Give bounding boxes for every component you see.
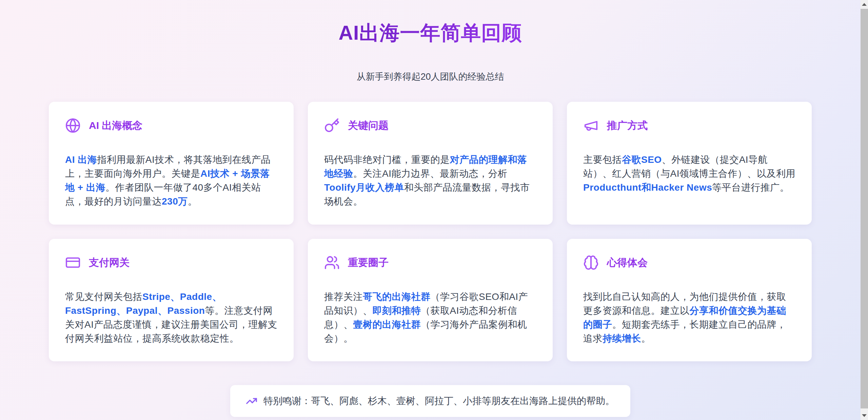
card-title: 重要圈子 [348, 256, 389, 269]
card-header: 推广方式 [583, 118, 795, 133]
card-title: 心得体会 [607, 256, 648, 269]
body-text: 。 [188, 196, 198, 207]
card-1: AI 出海概念AI 出海指利用最新AI技术，将其落地到在线产品上，主要面向海外用… [49, 102, 294, 225]
scrollbar[interactable] [861, 0, 868, 420]
card-title: 支付网关 [89, 256, 130, 269]
card-body: 常见支付网关包括Stripe、Paddle、FastSpring、Paypal、… [65, 290, 277, 346]
highlighted-text: 230万 [162, 196, 188, 207]
card-title: AI 出海概念 [89, 119, 142, 132]
card-body: 找到比自己认知高的人，为他们提供价值，获取更多资源和信息。建立以分享和价值交换为… [583, 290, 795, 346]
brain-icon [583, 255, 599, 270]
key-icon [324, 118, 340, 133]
body-text: 。关注AI能力边界、最新动态，分析 [353, 168, 508, 179]
globe-icon [65, 118, 81, 133]
body-text: 推荐关注 [324, 291, 363, 302]
card-title: 推广方式 [607, 119, 648, 132]
body-text: 常见支付网关包括 [65, 291, 142, 302]
card-header: 重要圈子 [324, 255, 536, 270]
body-text: 码代码非绝对门槛，重要的是 [324, 154, 450, 165]
page-title: AI出海一年简单回顾 [339, 21, 522, 45]
card-4: 支付网关常见支付网关包括Stripe、Paddle、FastSpring、Pay… [49, 239, 294, 362]
card-body: 主要包括谷歌SEO、外链建设（提交AI导航站）、红人营销（与AI领域博主合作）、… [583, 153, 795, 194]
users-icon [324, 255, 340, 270]
credit-card-icon [65, 255, 81, 270]
card-body: 码代码非绝对门槛，重要的是对产品的理解和落地经验。关注AI能力边界、最新动态，分… [324, 153, 536, 209]
body-text: 主要包括 [583, 154, 622, 165]
arrow-up-icon [862, 3, 867, 6]
cards-grid: AI 出海概念AI 出海指利用最新AI技术，将其落地到在线产品上，主要面向海外用… [49, 102, 812, 361]
acknowledgement-text: 特别鸣谢：哥飞、阿彪、杉木、壹树、阿拉丁、小排等朋友在出海路上提供的帮助。 [263, 395, 615, 407]
card-header: 支付网关 [65, 255, 277, 270]
scrollbar-down-button[interactable] [861, 411, 868, 420]
card-header: 关键问题 [324, 118, 536, 133]
scrollbar-up-button[interactable] [861, 0, 868, 9]
acknowledgement-note: 特别鸣谢：哥飞、阿彪、杉木、壹树、阿拉丁、小排等朋友在出海路上提供的帮助。 [230, 385, 630, 417]
highlighted-text: 哥飞的出海社群 [363, 291, 431, 302]
scrollbar-thumb[interactable] [861, 9, 868, 408]
highlighted-text: Producthunt和Hacker News [583, 182, 712, 193]
highlighted-text: Toolify月收入榜单 [324, 182, 404, 193]
card-header: 心得体会 [583, 255, 795, 270]
card-body: 推荐关注哥飞的出海社群（学习谷歌SEO和AI产品知识）、即刻和推特（获取AI动态… [324, 290, 536, 346]
highlighted-text: 持续增长 [603, 333, 641, 344]
body-text: 。 [641, 333, 651, 344]
page: AI出海一年简单回顾 从新手到养得起20人团队的经验总结 AI 出海概念AI 出… [0, 0, 861, 420]
card-title: 关键问题 [348, 119, 389, 132]
highlighted-text: 谷歌SEO [622, 154, 662, 165]
highlighted-text: 即刻和推特 [373, 305, 421, 316]
body-text: 等平台进行推广。 [712, 182, 789, 193]
card-6: 心得体会找到比自己认知高的人，为他们提供价值，获取更多资源和信息。建立以分享和价… [567, 239, 812, 362]
card-body: AI 出海指利用最新AI技术，将其落地到在线产品上，主要面向海外用户。关键是AI… [65, 153, 277, 209]
highlighted-text: AI 出海 [65, 154, 97, 165]
card-header: AI 出海概念 [65, 118, 277, 133]
card-3: 推广方式主要包括谷歌SEO、外链建设（提交AI导航站）、红人营销（与AI领域博主… [567, 102, 812, 225]
arrow-down-icon [862, 414, 867, 417]
card-5: 重要圈子推荐关注哥飞的出海社群（学习谷歌SEO和AI产品知识）、即刻和推特（获取… [308, 239, 553, 362]
megaphone-icon [583, 118, 599, 133]
card-2: 关键问题码代码非绝对门槛，重要的是对产品的理解和落地经验。关注AI能力边界、最新… [308, 102, 553, 225]
highlighted-text: 壹树的出海社群 [353, 319, 421, 330]
trending-up-icon [246, 395, 257, 407]
page-subtitle: 从新手到养得起20人团队的经验总结 [49, 71, 812, 83]
